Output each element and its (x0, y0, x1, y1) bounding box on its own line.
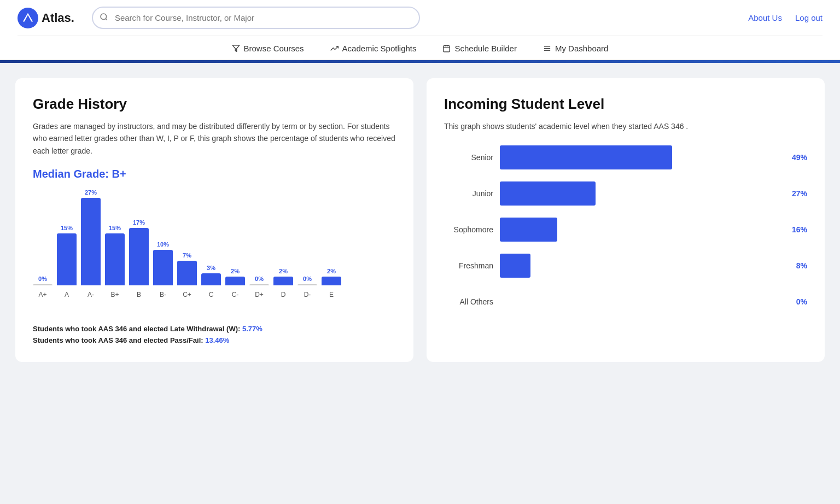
bar-fill (249, 284, 269, 285)
footnote-passfail: Students who took AAS 346 and elected Pa… (33, 336, 396, 344)
grade-bar-col-A-minus: 27%A- (81, 189, 101, 298)
grade-bar-col-B-minusplus: 15%B+ (105, 225, 125, 298)
grade-bar-col-A: 15%A (57, 225, 77, 298)
nav-academic-spotlights-label: Academic Spotlights (342, 44, 417, 53)
chart-line-icon (330, 44, 339, 52)
bar-fill (129, 228, 149, 285)
bar-fill (225, 277, 245, 285)
bar-grade-label: A+ (38, 291, 46, 298)
incoming-student-title: Incoming Student Level (444, 96, 807, 113)
bar-pct-label: 2% (231, 268, 240, 274)
incoming-student-description: This graph shows students' academic leve… (444, 120, 807, 132)
nav-my-dashboard-label: My Dashboard (555, 44, 609, 53)
incoming-student-chart: Senior49%Junior27%Sophomore16%Freshman8%… (444, 145, 807, 314)
horiz-bar-wrap (500, 145, 781, 169)
horiz-bar-fill (500, 181, 596, 206)
nav-schedule-builder[interactable]: Schedule Builder (442, 44, 516, 60)
footnote1-value: 5.77% (242, 325, 262, 333)
grade-bar-col-D-minusplus: 0%D+ (249, 276, 269, 298)
footnote2-prefix: Students who took AAS 346 and elected Pa… (33, 336, 205, 344)
logo-text: Atlas. (42, 11, 74, 25)
grade-history-title: Grade History (33, 96, 396, 113)
bar-fill (105, 233, 125, 285)
bar-pct-label: 0% (303, 276, 312, 282)
horiz-bar-fill (500, 218, 557, 242)
bar-pct-label: 17% (133, 219, 145, 226)
bar-fill (177, 261, 197, 285)
bar-fill (81, 198, 101, 285)
bar-grade-label: B+ (110, 291, 119, 298)
filter-icon (232, 44, 240, 52)
bar-grade-label: A- (88, 291, 94, 298)
median-grade: Median Grade: B+ (33, 168, 396, 180)
bar-pct-label: 15% (61, 225, 73, 231)
logout-link[interactable]: Log out (795, 13, 822, 22)
about-us-link[interactable]: About Us (748, 13, 782, 22)
grade-bar-col-C-minus: 2%C- (225, 268, 245, 298)
svg-marker-2 (232, 45, 240, 51)
bar-pct-label: 27% (85, 189, 97, 196)
horiz-bar-wrap (500, 290, 785, 314)
search-input[interactable] (92, 7, 420, 29)
atlas-logo-svg (22, 12, 34, 24)
grade-bar-col-B-minus: 10%B- (153, 241, 173, 298)
nav-browse-courses-label: Browse Courses (244, 44, 304, 53)
footnote-withdrawal: Students who took AAS 346 and elected La… (33, 325, 396, 333)
grade-bar-col-E: 2%E (322, 268, 341, 298)
bar-pct-label: 0% (38, 276, 47, 282)
calendar-icon (442, 44, 451, 52)
horiz-pct-label: 27% (792, 189, 807, 198)
svg-line-1 (106, 19, 107, 20)
nav-schedule-builder-label: Schedule Builder (454, 44, 516, 53)
header-links: About Us Log out (748, 13, 822, 22)
header-top: Atlas. About Us Log out (18, 0, 822, 36)
bar-fill (201, 273, 221, 285)
horiz-pct-label: 0% (796, 297, 807, 306)
bar-pct-label: 0% (255, 276, 264, 282)
bar-fill (298, 284, 317, 285)
median-grade-label: Median Grade: (33, 168, 112, 180)
nav-academic-spotlights[interactable]: Academic Spotlights (330, 44, 417, 60)
bar-fill (273, 277, 293, 285)
grade-history-description: Grades are managed by instructors, and m… (33, 120, 396, 157)
bar-fill (322, 277, 341, 285)
student-level-row-sophomore: Sophomore16% (444, 218, 807, 242)
student-level-label: Senior (444, 153, 493, 162)
svg-point-0 (101, 14, 107, 20)
nav-bar: Browse Courses Academic Spotlights Sched… (18, 36, 822, 60)
horiz-bar-wrap (500, 254, 785, 278)
student-level-row-senior: Senior49% (444, 145, 807, 169)
grade-footnotes: Students who took AAS 346 and elected La… (33, 325, 396, 344)
bar-pct-label: 2% (279, 268, 288, 274)
grade-bar-col-D: 2%D (273, 268, 293, 298)
logo[interactable]: Atlas. (18, 8, 74, 28)
horiz-pct-label: 49% (792, 153, 807, 162)
nav-my-dashboard[interactable]: My Dashboard (543, 44, 609, 60)
header: Atlas. About Us Log out Browse Courses A… (0, 0, 840, 60)
student-level-label: Junior (444, 189, 493, 198)
search-icon (100, 13, 108, 24)
nav-browse-courses[interactable]: Browse Courses (232, 44, 304, 60)
dashboard-icon (543, 44, 551, 52)
grade-bar-chart: 0%A+15%A27%A-15%B+17%B10%B-7%C+3%C2%C-0%… (33, 194, 396, 314)
horiz-bar-wrap (500, 181, 781, 206)
footnote2-value: 13.46% (205, 336, 229, 344)
bar-grade-label: E (329, 291, 334, 298)
horiz-pct-label: 16% (792, 225, 807, 234)
student-level-label: All Others (444, 297, 493, 306)
bar-fill (33, 284, 52, 285)
bar-grade-label: A (65, 291, 69, 298)
footnote1-prefix: Students who took AAS 346 and elected La… (33, 325, 242, 333)
student-level-row-all-others: All Others0% (444, 290, 807, 314)
incoming-student-card: Incoming Student Level This graph shows … (427, 78, 825, 362)
grade-bar-col-C-minusplus: 7%C+ (177, 252, 197, 298)
median-grade-value: B+ (112, 168, 126, 180)
student-level-row-freshman: Freshman8% (444, 254, 807, 278)
grade-bar-col-A-minusplus: 0%A+ (33, 276, 52, 298)
grade-history-card: Grade History Grades are managed by inst… (15, 78, 413, 362)
bar-grade-label: D+ (255, 291, 264, 298)
bar-fill (57, 233, 77, 285)
student-level-row-junior: Junior27% (444, 181, 807, 206)
bar-pct-label: 10% (157, 241, 169, 248)
student-level-label: Freshman (444, 261, 493, 270)
